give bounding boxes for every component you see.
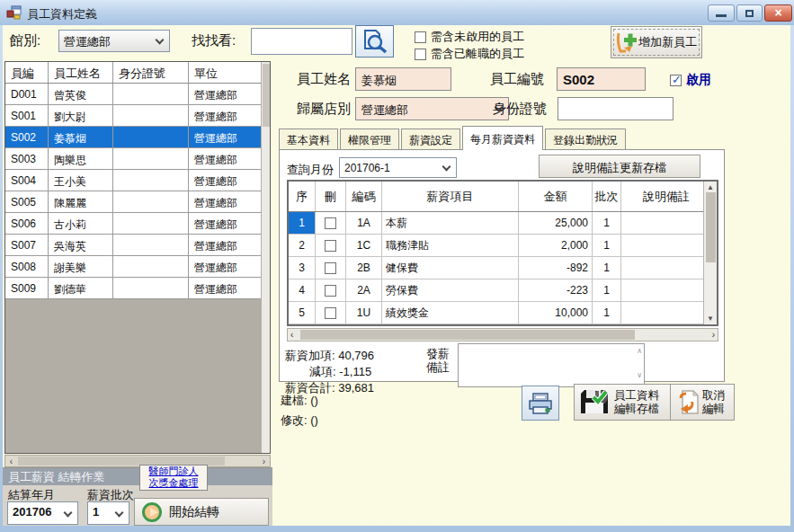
salary-table-horizontal-scrollbar[interactable]: ‹ ›: [287, 328, 718, 341]
employee-list-cell: 營運總部: [189, 278, 270, 298]
salary-table-row[interactable]: 11A本薪25,0001: [289, 212, 717, 235]
add-employee-button[interactable]: 增加新員工: [611, 26, 702, 58]
include-resigned-checkbox[interactable]: 需含已離職的員工: [415, 46, 524, 62]
salary-table-vertical-scrollbar[interactable]: ▲ ▼: [703, 182, 717, 324]
tab-monthly-salary[interactable]: 每月薪資資料: [462, 126, 543, 150]
salary-table-body: 11A本薪25,000121C職務津貼2,000132B健保費-892142A勞…: [289, 212, 717, 324]
chevron-down-icon: [64, 509, 73, 518]
employee-list-row[interactable]: S007吳海英營運總部: [5, 235, 270, 256]
cancel-edit-button[interactable]: 取消編輯: [670, 384, 735, 421]
column-header: 序: [289, 182, 316, 211]
salary-table-row[interactable]: 42A勞保費-2231: [289, 279, 717, 302]
salary-batch-combobox[interactable]: 1: [87, 501, 129, 525]
employee-list-row[interactable]: S009劉德華營運總部: [5, 278, 270, 299]
pay-note-textarea[interactable]: ∧∨: [458, 343, 645, 387]
delete-checkbox[interactable]: [316, 235, 346, 256]
delete-checkbox[interactable]: [316, 302, 346, 324]
doctor-bonus-link-line2[interactable]: 次獎金處理: [140, 477, 207, 489]
emp-id-label: 員工編號: [490, 71, 544, 88]
salary-table-row[interactable]: 32B健保費-8921: [289, 257, 717, 279]
start-transfer-button[interactable]: 開始結轉: [134, 498, 269, 526]
employee-list-cell: 劉大尉: [49, 105, 113, 126]
checkbox-icon: [325, 285, 336, 297]
chevron-down-icon: [115, 509, 124, 518]
save-check-icon: [579, 388, 610, 417]
batch-cell: 1: [593, 302, 621, 324]
column-header: 批次: [593, 182, 621, 211]
employee-list-cell: 營運總部: [189, 235, 270, 255]
employee-list-row[interactable]: S003陶樂思營運總部: [5, 148, 270, 170]
emp-id-field[interactable]: S002: [557, 67, 646, 91]
doctor-bonus-link-box[interactable]: 醫師門診人 次獎金處理: [139, 465, 208, 491]
employee-list-row[interactable]: S008謝美樂營運總部: [5, 256, 270, 278]
hall-label: 館別:: [10, 32, 40, 49]
scroll-left-icon[interactable]: ‹: [290, 330, 293, 340]
tab-attendance[interactable]: 登錄出勤狀況: [545, 129, 626, 150]
delete-checkbox[interactable]: [316, 279, 346, 301]
include-resigned-label: 需含已離職的員工: [431, 46, 524, 62]
scrollbar-thumb[interactable]: [300, 330, 635, 340]
employee-list-cell: S009: [5, 278, 49, 298]
employee-list-cell: S008: [5, 256, 49, 277]
save-employee-button[interactable]: 員工資料編輯存檔: [574, 384, 683, 421]
client-area: 館別: 營運總部 找找看: 需含未啟用的員工 需含已離職的員工: [3, 25, 790, 526]
query-month-label: 查詢月份: [287, 162, 334, 178]
amount-cell: -223: [519, 279, 593, 301]
employee-list-cell: 營運總部: [189, 127, 270, 147]
enable-checkbox[interactable]: 啟用: [670, 72, 711, 88]
update-note-button[interactable]: 說明備註更新存檔: [539, 155, 700, 178]
tab-permissions[interactable]: 權限管理: [340, 129, 399, 150]
employee-list-row[interactable]: S002姜慕烟營運總部: [5, 127, 270, 148]
print-button[interactable]: [522, 386, 559, 421]
sum-total-value: 39,681: [338, 381, 374, 395]
employee-list-row[interactable]: S001劉大尉營運總部: [5, 105, 270, 127]
scroll-down-icon[interactable]: ▼: [704, 315, 717, 323]
salary-table-row[interactable]: 21C職務津貼2,0001: [289, 235, 717, 257]
include-unactivated-checkbox[interactable]: 需含未啟用的員工: [415, 29, 524, 45]
minimize-button[interactable]: [708, 4, 735, 22]
settle-month-combobox[interactable]: 201706: [7, 501, 78, 525]
scroll-right-icon[interactable]: ›: [258, 456, 270, 467]
employee-list-row[interactable]: S006古小莉營運總部: [5, 213, 270, 235]
emp-name-field[interactable]: 姜慕烟: [355, 67, 451, 91]
employee-list-row[interactable]: S004王小美營運總部: [5, 170, 270, 191]
column-header: 金額: [519, 182, 593, 211]
search-button[interactable]: [355, 25, 394, 58]
employee-list-cell: S005: [5, 191, 49, 212]
employee-list-cell: S007: [5, 235, 49, 255]
delete-checkbox[interactable]: [316, 212, 346, 234]
employee-list-row[interactable]: S005陳麗麗營運總部: [5, 191, 270, 213]
amount-cell: -892: [519, 257, 593, 279]
tab-salary-settings[interactable]: 薪資設定: [401, 129, 460, 150]
salary-table: 序 刪 編碼 薪資項目 金額 批次 說明備註 11A本薪25,000121C職務…: [287, 180, 718, 326]
close-button[interactable]: ×: [764, 4, 792, 22]
employee-list-row[interactable]: D001曾英俊營運總部: [5, 84, 270, 105]
save-button-label: 員工資料編輯存檔: [614, 389, 659, 416]
idno-field[interactable]: [558, 97, 674, 120]
search-icon: [361, 29, 388, 54]
tab-basic-info[interactable]: 基本資料: [279, 129, 338, 150]
employee-list-cell: 曾英俊: [49, 84, 113, 104]
scroll-right-icon[interactable]: ›: [712, 330, 715, 340]
employee-list: 員編 員工姓名 身分證號 單位 D001曾英俊營運總部S001劉大尉營運總部S0…: [4, 61, 271, 454]
doctor-bonus-link-line1[interactable]: 醫師門診人: [140, 466, 207, 477]
salary-table-row[interactable]: 51U績效獎金10,0001: [289, 302, 717, 324]
query-month-combobox[interactable]: 201706-1: [339, 157, 457, 178]
employee-list-vertical-scrollbar[interactable]: [261, 62, 270, 453]
employee-list-cell: 古小莉: [49, 213, 113, 234]
scroll-left-icon[interactable]: ‹: [5, 456, 17, 467]
restore-button[interactable]: [736, 4, 763, 22]
scrollbar-thumb[interactable]: [263, 64, 270, 127]
search-input[interactable]: [251, 28, 352, 55]
code-cell: 2B: [346, 257, 382, 279]
textarea-scroll-icons[interactable]: ∧∨: [637, 347, 642, 379]
scrollbar-thumb[interactable]: [706, 192, 716, 262]
employee-list-cell: 營運總部: [189, 191, 270, 212]
employee-list-cell: D001: [5, 84, 49, 104]
seq-cell: 2: [289, 235, 316, 256]
employee-list-horizontal-scrollbar[interactable]: ‹ ›: [4, 455, 271, 467]
hall-combobox[interactable]: 營運總部: [58, 30, 170, 52]
delete-checkbox[interactable]: [316, 257, 346, 279]
store-combobox[interactable]: 營運總部: [355, 97, 509, 120]
scroll-up-icon[interactable]: ▲: [704, 183, 717, 191]
